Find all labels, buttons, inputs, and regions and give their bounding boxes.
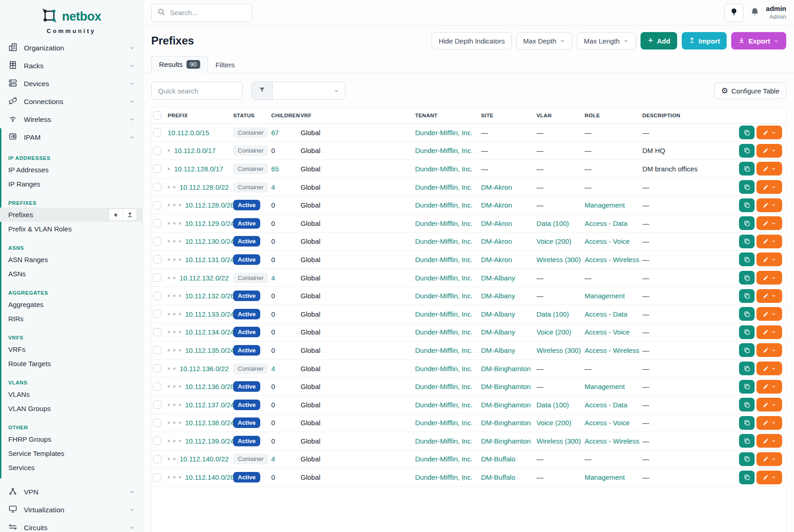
copy-button[interactable] bbox=[739, 289, 755, 303]
copy-button[interactable] bbox=[739, 271, 755, 285]
tenant-link[interactable]: Dunder-Mifflin, Inc. bbox=[415, 328, 473, 336]
sidebar-item-wireless[interactable]: Wireless bbox=[0, 110, 142, 128]
prefix-link[interactable]: 10.112.135.0/24 bbox=[185, 346, 234, 354]
sidebar-item-prefixes[interactable]: Prefixes+ bbox=[0, 208, 142, 222]
prefix-link[interactable]: 10.112.139.0/24 bbox=[185, 437, 234, 445]
vlan-link[interactable]: Data (100) bbox=[537, 401, 569, 409]
vlan-link[interactable]: Wireless (300) bbox=[537, 256, 581, 263]
prefix-link[interactable]: 10.112.133.0/24 bbox=[185, 310, 234, 318]
prefix-link[interactable]: 10.112.129.0/24 bbox=[185, 219, 234, 227]
children-link[interactable]: 65 bbox=[271, 165, 279, 173]
row-checkbox[interactable] bbox=[153, 346, 161, 354]
column-header-site[interactable]: SITE bbox=[481, 113, 537, 118]
sidebar-item-route-targets[interactable]: Route Targets bbox=[0, 356, 142, 371]
row-checkbox[interactable] bbox=[153, 147, 161, 155]
vlan-link[interactable]: Wireless (300) bbox=[537, 437, 581, 445]
row-checkbox[interactable] bbox=[153, 437, 161, 445]
prefix-link[interactable]: 10.112.130.0/24 bbox=[185, 237, 234, 245]
copy-button[interactable] bbox=[739, 307, 755, 321]
tenant-link[interactable]: Dunder-Mifflin, Inc. bbox=[415, 274, 473, 282]
prefix-link[interactable]: 10.112.132.0/22 bbox=[180, 274, 229, 282]
edit-button[interactable] bbox=[756, 271, 782, 285]
sidebar-item-racks[interactable]: Racks bbox=[0, 57, 142, 75]
notifications-button[interactable] bbox=[750, 7, 760, 18]
filter-button[interactable] bbox=[252, 82, 273, 99]
edit-button[interactable] bbox=[756, 162, 782, 176]
column-header-vlan[interactable]: VLAN bbox=[537, 113, 585, 118]
site-link[interactable]: DM-Akron bbox=[481, 183, 512, 191]
prefix-link[interactable]: 10.112.0.0/15 bbox=[168, 129, 209, 137]
edit-button[interactable] bbox=[756, 307, 782, 321]
sidebar-item-services[interactable]: Services bbox=[0, 461, 142, 475]
site-link[interactable]: DM-Akron bbox=[481, 237, 512, 245]
tenant-link[interactable]: Dunder-Mifflin, Inc. bbox=[415, 237, 473, 245]
prefix-link[interactable]: 10.112.136.0/28 bbox=[185, 383, 234, 390]
tenant-link[interactable]: Dunder-Mifflin, Inc. bbox=[415, 437, 473, 445]
edit-button[interactable] bbox=[756, 180, 782, 194]
site-link[interactable]: DM-Buffalo bbox=[481, 473, 515, 481]
tenant-link[interactable]: Dunder-Mifflin, Inc. bbox=[415, 219, 473, 227]
site-link[interactable]: DM-Akron bbox=[481, 201, 512, 209]
role-link[interactable]: Access - Voice bbox=[585, 237, 630, 245]
site-link[interactable]: DM-Albany bbox=[481, 310, 515, 318]
search-input[interactable] bbox=[170, 9, 261, 16]
tenant-link[interactable]: Dunder-Mifflin, Inc. bbox=[415, 346, 473, 354]
tab-results[interactable]: Results 90 bbox=[151, 56, 208, 73]
sidebar-item-vlan-groups[interactable]: VLAN Groups bbox=[0, 401, 142, 416]
copy-button[interactable] bbox=[739, 144, 755, 158]
row-checkbox[interactable] bbox=[153, 274, 161, 282]
role-link[interactable]: Management bbox=[585, 383, 625, 390]
tenant-link[interactable]: Dunder-Mifflin, Inc. bbox=[415, 473, 473, 481]
row-checkbox[interactable] bbox=[153, 128, 161, 137]
edit-button[interactable] bbox=[756, 144, 782, 158]
prefix-link[interactable]: 10.112.134.0/24 bbox=[185, 328, 234, 336]
quick-search-input[interactable] bbox=[151, 82, 243, 100]
copy-button[interactable] bbox=[739, 126, 755, 139]
role-link[interactable]: Access - Wireless bbox=[585, 346, 639, 354]
copy-button[interactable] bbox=[739, 162, 755, 176]
hide-depth-indicators-button[interactable]: Hide Depth Indicators bbox=[432, 32, 511, 49]
edit-button[interactable] bbox=[756, 198, 782, 212]
sidebar-item-asns[interactable]: ASNs bbox=[0, 267, 142, 281]
row-checkbox[interactable] bbox=[153, 201, 161, 209]
logo[interactable]: netbox Community bbox=[0, 0, 142, 39]
max-depth-dropdown[interactable]: Max Depth bbox=[516, 32, 573, 49]
sidebar-item-devices[interactable]: Devices bbox=[0, 75, 142, 93]
prefix-link[interactable]: 10.112.138.0/24 bbox=[185, 419, 234, 427]
row-checkbox[interactable] bbox=[153, 292, 161, 300]
edit-button[interactable] bbox=[756, 216, 782, 230]
sidebar-item-circuits[interactable]: Circuits bbox=[0, 519, 142, 532]
sidebar-item-connections[interactable]: Connections bbox=[0, 93, 142, 110]
tenant-link[interactable]: Dunder-Mifflin, Inc. bbox=[415, 256, 473, 263]
site-link[interactable]: DM-Binghamton bbox=[481, 383, 531, 390]
tenant-link[interactable]: Dunder-Mifflin, Inc. bbox=[415, 401, 473, 409]
import-button[interactable]: Import bbox=[682, 32, 727, 49]
copy-button[interactable] bbox=[739, 471, 755, 484]
column-header-children[interactable]: CHILDREN bbox=[271, 113, 301, 118]
sidebar-item-vrfs[interactable]: VRFs bbox=[0, 342, 142, 356]
row-checkbox[interactable] bbox=[153, 473, 161, 482]
edit-button[interactable] bbox=[756, 343, 782, 357]
sidebar-item-rirs[interactable]: RIRs bbox=[0, 312, 142, 326]
edit-button[interactable] bbox=[756, 252, 782, 266]
sidebar-item-organization[interactable]: Organization bbox=[0, 39, 142, 57]
tenant-link[interactable]: Dunder-Mifflin, Inc. bbox=[415, 419, 473, 427]
sidebar-item-virtualization[interactable]: Virtualization bbox=[0, 501, 142, 519]
sidebar-item-service-templates[interactable]: Service Templates bbox=[0, 446, 142, 461]
export-dropdown[interactable]: Export bbox=[731, 32, 786, 49]
prefix-link[interactable]: 10.112.128.0/28 bbox=[185, 201, 234, 209]
column-header-description[interactable]: DESCRIPTION bbox=[642, 113, 733, 118]
tenant-link[interactable]: Dunder-Mifflin, Inc. bbox=[415, 201, 473, 209]
add-button[interactable]: Add bbox=[641, 32, 677, 49]
edit-button[interactable] bbox=[756, 325, 782, 339]
role-link[interactable]: Access - Wireless bbox=[585, 256, 639, 263]
site-link[interactable]: DM-Buffalo bbox=[481, 455, 515, 463]
edit-button[interactable] bbox=[756, 235, 782, 248]
row-checkbox[interactable] bbox=[153, 400, 161, 409]
copy-button[interactable] bbox=[739, 180, 755, 194]
select-all-checkbox[interactable] bbox=[153, 111, 161, 120]
row-checkbox[interactable] bbox=[153, 219, 161, 227]
column-header-tenant[interactable]: TENANT bbox=[415, 113, 481, 118]
edit-button[interactable] bbox=[756, 289, 782, 303]
row-checkbox[interactable] bbox=[153, 455, 161, 463]
